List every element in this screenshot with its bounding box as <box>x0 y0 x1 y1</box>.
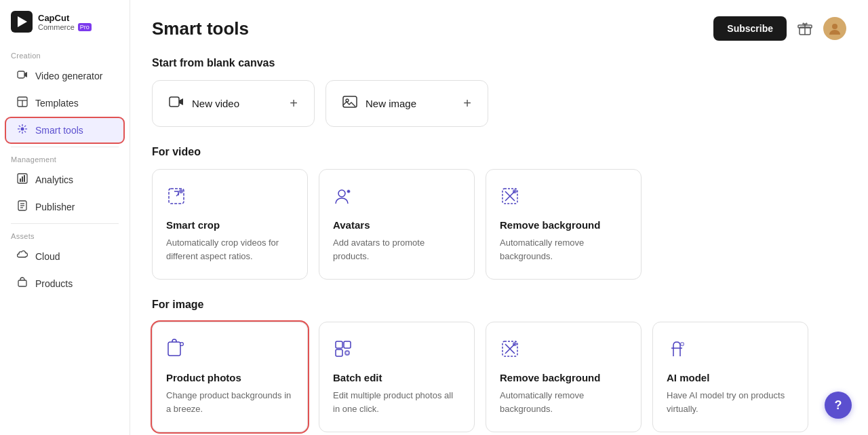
video-tools-section-title: For video <box>152 146 846 158</box>
smart-crop-name: Smart crop <box>166 219 294 231</box>
sidebar-item-label: Products <box>35 278 73 289</box>
sidebar-item-label: Video generator <box>35 71 102 81</box>
remove-bg-video-icon <box>500 186 627 211</box>
svg-line-13 <box>24 126 26 127</box>
sidebar: CapCut Commerce Pro Creation Video gener… <box>0 0 130 435</box>
logo: CapCut Commerce Pro <box>0 11 130 46</box>
image-card-icon <box>342 94 357 113</box>
smart-crop-icon <box>166 186 294 211</box>
logo-icon <box>11 11 33 33</box>
new-image-plus-icon: + <box>463 96 471 111</box>
avatars-icon <box>333 186 460 211</box>
svg-point-35 <box>513 189 517 193</box>
tool-card-ai-model[interactable]: AI model Have AI model try on products v… <box>652 322 808 432</box>
smart-crop-desc: Automatically crop videos for different … <box>166 236 294 263</box>
tool-card-product-photos[interactable]: Product photos Change product background… <box>152 322 308 432</box>
new-image-card[interactable]: New image + <box>326 80 488 127</box>
remove-bg-video-name: Remove background <box>500 219 627 231</box>
remove-bg-image-icon <box>500 339 627 364</box>
smart-tools-icon <box>16 124 28 137</box>
remove-bg-image-name: Remove background <box>500 372 627 383</box>
new-video-plus-icon: + <box>290 96 298 111</box>
svg-rect-17 <box>22 176 23 182</box>
svg-line-14 <box>19 131 20 132</box>
templates-icon <box>16 96 28 110</box>
analytics-icon <box>16 173 28 187</box>
svg-rect-18 <box>24 175 25 182</box>
svg-rect-16 <box>20 178 21 182</box>
sidebar-item-templates[interactable]: Templates <box>5 90 124 116</box>
svg-rect-27 <box>170 97 179 107</box>
sidebar-item-label: Smart tools <box>35 125 83 136</box>
section-label-creation: Creation <box>0 46 130 62</box>
subscribe-button[interactable]: Subscribe <box>713 16 787 41</box>
sidebar-divider-1 <box>11 147 119 147</box>
section-label-management: Management <box>0 150 130 166</box>
tool-card-avatars[interactable]: Avatars Add avatars to promote products. <box>319 169 475 280</box>
header-actions: Subscribe <box>713 16 846 41</box>
tool-card-remove-bg-video[interactable]: Remove background Automatically remove b… <box>486 169 642 280</box>
batch-edit-icon <box>333 339 460 364</box>
main-content: Smart tools Subscribe Start from blank c… <box>130 0 868 435</box>
section-label-assets: Assets <box>0 227 130 243</box>
video-tools-grid: Smart crop Automatically crop videos for… <box>152 169 846 280</box>
main-header: Smart tools Subscribe <box>152 16 846 41</box>
svg-point-26 <box>832 24 837 29</box>
cloud-icon <box>16 250 28 263</box>
remove-bg-image-desc: Automatically remove backgrounds. <box>500 389 627 415</box>
svg-rect-36 <box>168 342 180 356</box>
sidebar-item-publisher[interactable]: Publisher <box>5 194 124 220</box>
video-card-icon <box>169 94 184 113</box>
sidebar-item-video-generator[interactable]: Video generator <box>5 63 124 89</box>
brand-badge: Pro <box>78 23 92 31</box>
gift-button[interactable] <box>797 21 812 36</box>
sidebar-item-smart-tools[interactable]: Smart tools <box>5 117 124 143</box>
products-icon <box>16 277 28 290</box>
svg-rect-40 <box>336 349 342 356</box>
avatar[interactable] <box>823 17 846 40</box>
svg-rect-2 <box>18 71 24 78</box>
tool-card-batch-edit[interactable]: Batch edit Edit multiple product photos … <box>319 322 475 432</box>
gift-icon <box>797 21 812 36</box>
sidebar-item-label: Cloud <box>35 251 60 262</box>
batch-edit-name: Batch edit <box>333 372 460 383</box>
video-generator-icon <box>16 69 28 83</box>
new-video-label: New video <box>192 98 239 109</box>
svg-rect-23 <box>18 280 26 286</box>
product-photos-icon <box>166 339 294 364</box>
image-tools-section-title: For image <box>152 299 846 311</box>
avatars-name: Avatars <box>333 219 460 231</box>
sidebar-divider-2 <box>11 223 119 224</box>
help-button[interactable]: ? <box>825 392 852 419</box>
sidebar-item-analytics[interactable]: Analytics <box>5 167 124 193</box>
svg-point-31 <box>179 189 183 193</box>
sidebar-item-cloud[interactable]: Cloud <box>5 244 124 269</box>
sidebar-item-label: Publisher <box>35 202 75 212</box>
svg-point-32 <box>338 190 345 197</box>
sidebar-item-label: Templates <box>35 98 79 109</box>
canvas-section-title: Start from blank canvas <box>152 57 846 69</box>
svg-rect-39 <box>344 341 351 348</box>
avatars-desc: Add avatars to promote products. <box>333 236 460 263</box>
batch-edit-desc: Edit multiple product photos all in one … <box>333 389 460 415</box>
publisher-icon <box>16 200 28 214</box>
brand-name: CapCut <box>38 13 92 23</box>
sidebar-item-label: Analytics <box>35 174 73 185</box>
new-image-label: New image <box>366 98 416 109</box>
tool-card-remove-bg-image[interactable]: Remove background Automatically remove b… <box>486 322 642 432</box>
tool-card-smart-crop[interactable]: Smart crop Automatically crop videos for… <box>152 169 308 280</box>
page-title: Smart tools <box>152 18 249 39</box>
svg-rect-38 <box>336 341 342 348</box>
canvas-row: New video + New image + <box>152 80 846 127</box>
remove-bg-video-desc: Automatically remove backgrounds. <box>500 236 627 263</box>
ai-model-icon <box>667 339 794 364</box>
svg-point-6 <box>21 128 24 131</box>
new-video-card[interactable]: New video + <box>152 80 315 127</box>
product-photos-name: Product photos <box>166 372 294 383</box>
image-tools-grid: Product photos Change product background… <box>152 322 846 432</box>
svg-line-11 <box>19 126 20 127</box>
brand-sub: Commerce <box>38 23 75 31</box>
sidebar-item-products[interactable]: Products <box>5 271 124 297</box>
ai-model-name: AI model <box>667 372 794 383</box>
ai-model-desc: Have AI model try on products virtually. <box>667 389 794 415</box>
